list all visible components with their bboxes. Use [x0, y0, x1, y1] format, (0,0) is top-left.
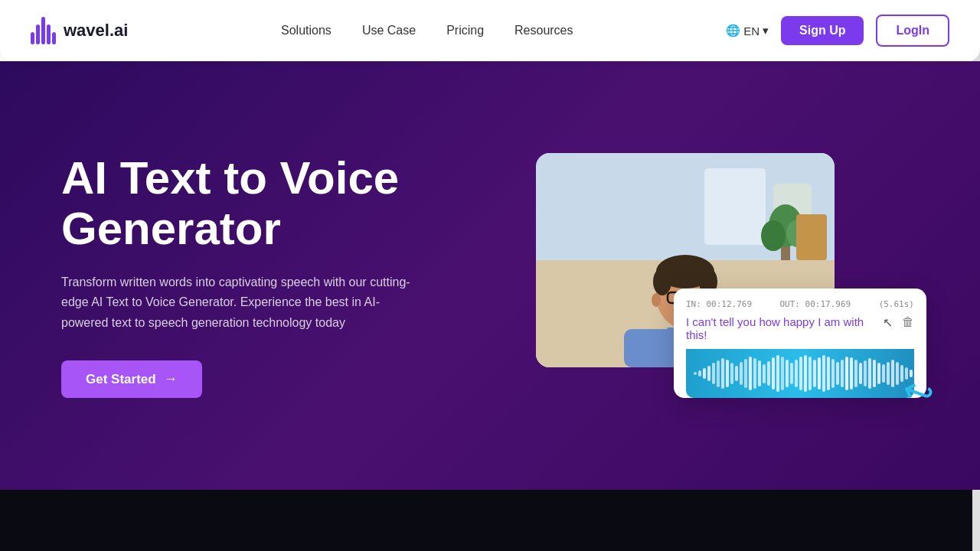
waveform-bar: [703, 368, 706, 379]
demo-out-time: OUT: 00:17.969: [780, 299, 851, 309]
waveform-bar: [776, 355, 779, 392]
hero-left: AI Text to Voice Generator Transform wri…: [61, 153, 413, 398]
nav-item-usecase[interactable]: Use Case: [362, 24, 416, 37]
waveform-bar: [887, 362, 890, 385]
globe-icon: 🌐: [726, 24, 740, 37]
waveform-bar: [726, 360, 729, 387]
waveform-bar: [813, 360, 816, 387]
waveform-bar: [744, 359, 747, 388]
cursor-icon: ↖: [883, 315, 893, 330]
demo-duration: (5.61s): [879, 299, 914, 309]
waveform-bar: [864, 360, 867, 386]
waveform-bar: [763, 364, 766, 383]
logo-link[interactable]: wavel.ai: [31, 17, 128, 44]
waveform-bar: [859, 363, 862, 384]
waveform-bar: [786, 360, 789, 387]
navbar: wavel.ai Solutions Use Case Pricing Reso…: [0, 0, 980, 61]
waveform-bar: [831, 359, 835, 388]
nav-item-pricing[interactable]: Pricing: [446, 24, 484, 37]
logo-bar-1: [31, 32, 34, 44]
below-fold-section: [0, 490, 980, 551]
logo-icon: [31, 17, 56, 44]
waveform-bar: [804, 355, 807, 392]
waveform-bar: [836, 362, 839, 385]
waveform-bar: [818, 357, 821, 390]
lang-label: EN: [743, 24, 760, 37]
waveform-bar: [900, 365, 903, 382]
waveform-bar: [882, 364, 885, 383]
waveform-bar: [808, 357, 812, 390]
waveform-bar: [873, 360, 876, 387]
svg-rect-8: [796, 214, 827, 260]
demo-quote-text: I can't tell you how happy I am with thi…: [686, 315, 877, 341]
waveform-bar: [896, 362, 899, 385]
get-started-button[interactable]: Get Started →: [61, 360, 202, 398]
waveform-bar: [891, 360, 894, 387]
hero-section: AI Text to Voice Generator Transform wri…: [0, 61, 980, 490]
language-selector[interactable]: 🌐 EN ▾: [726, 24, 769, 37]
waveform-bar: [772, 357, 775, 390]
waveform-bar: [749, 357, 752, 390]
waveform-bar: [868, 358, 871, 389]
logo-text: wavel.ai: [64, 21, 128, 41]
waveform-bar: [827, 357, 830, 390]
waveform-bar: [781, 357, 784, 390]
nav-item-resources[interactable]: Resources: [514, 24, 573, 37]
waveform-bar: [799, 357, 802, 390]
signup-button[interactable]: Sign Up: [781, 16, 864, 45]
trash-icon: 🗑: [902, 315, 914, 330]
svg-point-12: [653, 268, 671, 295]
hero-title: AI Text to Voice Generator: [61, 153, 413, 254]
waveform-bar: [717, 360, 720, 387]
waveform-bar: [753, 358, 756, 389]
waveform-bar: [845, 357, 848, 390]
waveform-bar: [877, 363, 880, 384]
nav-links: Solutions Use Case Pricing Resources: [281, 24, 573, 37]
logo-bar-3: [41, 17, 45, 44]
login-button[interactable]: LogIn: [876, 15, 949, 47]
demo-card-meta: IN: 00:12.769 OUT: 00:17.969 (5.61s): [686, 299, 914, 309]
waveform-bar: [735, 366, 738, 381]
demo-overlay-card: IN: 00:12.769 OUT: 00:17.969 (5.61s) I c…: [674, 289, 926, 398]
waveform-bar: [730, 363, 733, 384]
waveform-bar: [767, 361, 770, 386]
waveform-bar: [850, 357, 853, 390]
waveform-bar: [822, 355, 825, 392]
waveform-bar: [707, 366, 710, 381]
hero-description: Transform written words into captivating…: [61, 272, 413, 333]
svg-point-17: [652, 293, 661, 307]
logo-bar-2: [36, 24, 40, 44]
waveform-bar: [698, 370, 701, 377]
arrow-right-icon: →: [164, 371, 178, 387]
waveform-bar: [694, 372, 697, 375]
waveform-container: [686, 349, 914, 398]
svg-point-6: [761, 220, 786, 251]
demo-in-time: IN: 00:12.769: [686, 299, 752, 309]
waveform-bar: [758, 360, 761, 386]
waveform-bar: [841, 360, 844, 387]
waveform-bar: [795, 360, 798, 387]
waveform-bar: [854, 360, 858, 387]
waveform-bar: [790, 363, 793, 384]
logo-bar-5: [52, 32, 56, 44]
waveform-bar: [712, 363, 715, 384]
waveform-bar: [721, 358, 724, 389]
logo-bar-4: [47, 24, 51, 44]
nav-item-solutions[interactable]: Solutions: [281, 24, 332, 37]
nav-right: 🌐 EN ▾ Sign Up LogIn: [726, 15, 949, 47]
svg-rect-2: [704, 168, 766, 245]
chevron-down-icon: ▾: [763, 24, 769, 37]
waveform-bar: [740, 362, 743, 385]
hero-right: IN: 00:12.769 OUT: 00:17.969 (5.61s) I c…: [536, 153, 919, 398]
